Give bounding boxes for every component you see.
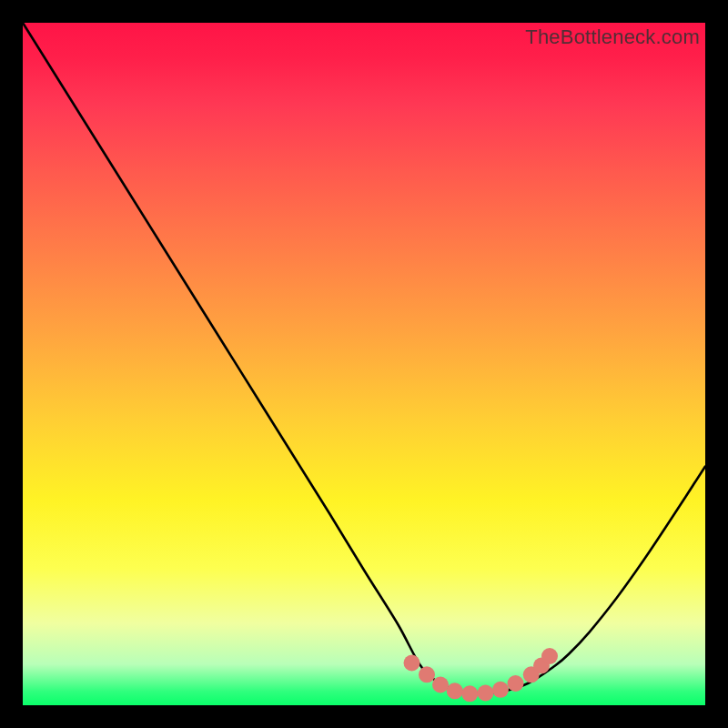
chart-frame: TheBottleneck.com	[23, 23, 705, 705]
trough-dot	[432, 677, 449, 693]
trough-dot	[508, 675, 524, 692]
trough-dot	[404, 655, 420, 672]
trough-dot	[461, 685, 478, 702]
trough-dot	[492, 682, 509, 698]
trough-dot	[419, 666, 435, 682]
trough-markers	[404, 648, 559, 702]
trough-dot	[541, 648, 558, 664]
trough-dot	[478, 685, 494, 702]
trough-dot	[447, 682, 463, 699]
chart-svg	[23, 23, 705, 705]
bottleneck-curve	[23, 23, 705, 693]
